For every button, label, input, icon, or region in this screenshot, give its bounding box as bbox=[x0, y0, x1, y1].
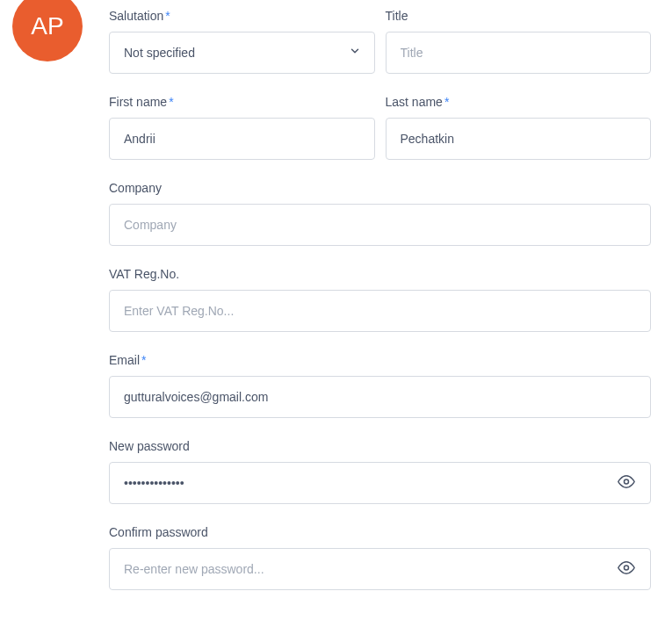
required-mark: * bbox=[169, 95, 173, 109]
email-input[interactable] bbox=[109, 376, 651, 418]
new-password-input[interactable] bbox=[109, 462, 651, 504]
company-input[interactable] bbox=[109, 204, 651, 246]
title-label: Title bbox=[386, 9, 652, 23]
salutation-label: Salutation* bbox=[109, 9, 375, 23]
svg-point-0 bbox=[625, 479, 629, 484]
required-mark: * bbox=[141, 353, 146, 367]
first-name-label: First name* bbox=[109, 95, 375, 109]
confirm-password-input[interactable] bbox=[109, 548, 651, 590]
vat-input[interactable] bbox=[109, 290, 651, 332]
confirm-password-label: Confirm password bbox=[109, 525, 651, 539]
email-label: Email* bbox=[109, 353, 651, 367]
profile-form: Salutation* Not specified Title bbox=[83, 0, 651, 611]
eye-icon bbox=[618, 473, 635, 494]
first-name-input[interactable] bbox=[109, 118, 375, 160]
title-input[interactable] bbox=[386, 32, 652, 74]
salutation-field: Salutation* Not specified bbox=[109, 9, 375, 74]
vat-label: VAT Reg.No. bbox=[109, 267, 651, 281]
last-name-label: Last name* bbox=[386, 95, 652, 109]
eye-icon bbox=[618, 559, 635, 580]
company-label: Company bbox=[109, 181, 651, 195]
svg-point-1 bbox=[625, 566, 629, 570]
required-mark: * bbox=[444, 95, 449, 109]
vat-field: VAT Reg.No. bbox=[109, 267, 651, 332]
title-field: Title bbox=[386, 9, 652, 74]
new-password-label: New password bbox=[109, 439, 651, 453]
last-name-field: Last name* bbox=[386, 95, 652, 160]
company-field: Company bbox=[109, 181, 651, 246]
salutation-select[interactable]: Not specified bbox=[109, 32, 375, 74]
new-password-field: New password bbox=[109, 439, 651, 504]
last-name-input[interactable] bbox=[386, 118, 652, 160]
first-name-field: First name* bbox=[109, 95, 375, 160]
avatar: AP bbox=[12, 0, 83, 61]
toggle-confirm-password-visibility-button[interactable] bbox=[612, 554, 640, 585]
email-field: Email* bbox=[109, 353, 651, 418]
confirm-password-field: Confirm password bbox=[109, 525, 651, 590]
toggle-password-visibility-button[interactable] bbox=[612, 468, 640, 499]
required-mark: * bbox=[165, 9, 170, 23]
